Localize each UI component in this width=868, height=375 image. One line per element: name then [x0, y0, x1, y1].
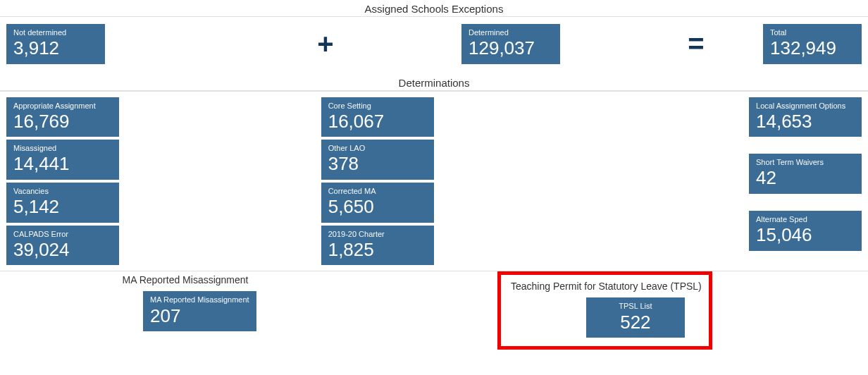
card-alternate-sped: Alternate Sped 15,046: [749, 211, 862, 251]
card-determined: Determined 129,037: [461, 24, 560, 64]
card-misassigned: Misassigned 14,441: [6, 140, 119, 180]
determinations-col-3: Local Assignment Options 14,653 Short Te…: [591, 94, 864, 269]
card-value: 42: [756, 168, 855, 188]
card-label: Vacancies: [13, 187, 112, 195]
section-title-exceptions: Assigned Schools Exceptions: [0, 0, 868, 17]
card-value: 3,912: [13, 38, 98, 59]
tpsl-highlight-box: Teaching Permit for Statutory Leave (TPS…: [497, 271, 712, 350]
card-value: 15,046: [756, 225, 855, 245]
card-value: 5,142: [13, 197, 112, 217]
equals-icon: =: [675, 30, 717, 58]
card-short-term-waivers: Short Term Waivers 42: [749, 154, 862, 194]
section-title-ma-reported: MA Reported Misassignment: [0, 271, 371, 288]
determinations-col-1: Appropriate Assignment 16,769 Misassigne…: [4, 94, 277, 269]
card-label: Short Term Waivers: [756, 158, 855, 166]
card-value: 16,067: [328, 111, 427, 132]
card-value: 14,653: [756, 111, 855, 132]
card-value: 522: [593, 312, 678, 333]
card-tpsl-list: TPSL List 522: [586, 297, 685, 338]
card-not-determined: Not determined 3,912: [6, 24, 105, 64]
card-value: 39,024: [13, 240, 112, 260]
card-corrected-ma: Corrected MA 5,650: [321, 183, 434, 223]
card-label: Total: [770, 28, 855, 37]
plus-icon: +: [304, 30, 347, 58]
card-value: 129,037: [469, 38, 553, 59]
card-appropriate-assignment: Appropriate Assignment 16,769: [6, 97, 119, 137]
card-label: Core Setting: [328, 102, 427, 110]
card-core-setting: Core Setting 16,067: [321, 97, 434, 137]
card-label: Not determined: [13, 28, 98, 37]
card-calpads-error: CALPADS Error 39,024: [6, 226, 119, 266]
section-title-determinations: Determinations: [0, 74, 868, 91]
ma-reported-section: MA Reported Misassignment MA Reported Mi…: [0, 271, 371, 350]
determinations-col-2: Core Setting 16,067 Other LAO 378 Correc…: [277, 94, 592, 269]
card-value: 207: [150, 306, 249, 326]
card-label: Misassigned: [13, 144, 112, 152]
card-label: Local Assignment Options: [756, 102, 855, 110]
tpsl-section: Teaching Permit for Statutory Leave (TPS…: [371, 271, 868, 350]
card-label: 2019-20 Charter: [328, 230, 427, 238]
card-2019-20-charter: 2019-20 Charter 1,825: [321, 226, 434, 266]
card-label: Other LAO: [328, 144, 427, 152]
card-value: 16,769: [13, 111, 112, 132]
card-value: 1,825: [328, 240, 427, 260]
card-local-assignment-options: Local Assignment Options 14,653: [749, 97, 862, 137]
card-label: Appropriate Assignment: [13, 102, 112, 110]
card-total: Total 132,949: [763, 24, 862, 64]
card-label: Determined: [469, 28, 553, 37]
card-value: 378: [328, 154, 427, 174]
card-value: 132,949: [770, 38, 855, 59]
section-title-tpsl: Teaching Permit for Statutory Leave (TPS…: [508, 278, 702, 295]
card-value: 14,441: [13, 154, 112, 174]
card-ma-reported: MA Reported Misassignment 207: [143, 291, 256, 331]
card-value: 5,650: [328, 197, 427, 217]
card-vacancies: Vacancies 5,142: [6, 183, 119, 223]
card-label: Corrected MA: [328, 187, 427, 195]
card-label: CALPADS Error: [13, 230, 112, 238]
card-label: MA Reported Misassignment: [150, 295, 249, 304]
card-label: TPSL List: [593, 302, 678, 310]
card-label: Alternate Sped: [756, 215, 855, 223]
card-other-lao: Other LAO 378: [321, 140, 434, 180]
